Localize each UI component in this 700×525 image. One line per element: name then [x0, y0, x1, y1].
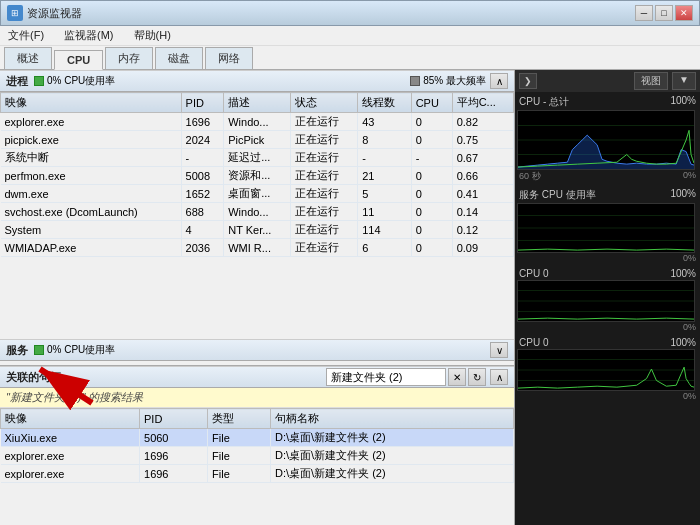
services-header: 服务 0% CPU使用率 ∨ [0, 339, 514, 361]
process-avg: 0.75 [452, 131, 513, 149]
process-status: 正在运行 [290, 203, 357, 221]
process-status: 正在运行 [290, 185, 357, 203]
handles-col-image[interactable]: 映像 [1, 409, 140, 429]
window-title: 资源监视器 [27, 6, 82, 21]
process-avg: 0.82 [452, 113, 513, 131]
service-cpu-pct-label: 0% [517, 253, 698, 263]
process-desc: WMI R... [224, 239, 290, 257]
cpu0-section: CPU 0 100% 0% [515, 265, 700, 334]
cpu0b-label: CPU 0 100% [517, 336, 698, 349]
col-threads[interactable]: 线程数 [358, 93, 411, 113]
process-threads: 114 [358, 221, 411, 239]
process-threads: 11 [358, 203, 411, 221]
handles-col-type[interactable]: 类型 [208, 409, 271, 429]
table-row[interactable]: explorer.exe 1696 Windo... 正在运行 43 0 0.8… [1, 113, 514, 131]
handles-col-name[interactable]: 句柄名称 [271, 409, 514, 429]
app-icon: ⊞ [7, 5, 23, 21]
right-panel-header: ❯ 视图 ▼ [515, 70, 700, 92]
title-bar-left: ⊞ 资源监视器 [7, 5, 82, 21]
process-controls: 85% 最大频率 ∧ [410, 73, 508, 89]
cpu0-pct: 100% [670, 268, 696, 279]
col-cpu[interactable]: CPU [411, 93, 452, 113]
tab-memory[interactable]: 内存 [105, 47, 153, 69]
process-image: dwm.exe [1, 185, 182, 203]
process-avg: 0.09 [452, 239, 513, 257]
freq-indicator [410, 76, 420, 86]
col-desc[interactable]: 描述 [224, 93, 290, 113]
cpu0-graph [517, 280, 695, 322]
refresh-search-button[interactable]: ↻ [468, 368, 486, 386]
close-button[interactable]: ✕ [675, 5, 693, 21]
process-status: 正在运行 [290, 131, 357, 149]
handle-image: XiuXiu.exe [1, 429, 140, 447]
table-row[interactable]: System 4 NT Ker... 正在运行 114 0 0.12 [1, 221, 514, 239]
col-pid[interactable]: PID [181, 93, 224, 113]
handle-image: explorer.exe [1, 465, 140, 483]
title-bar-buttons: ─ □ ✕ [635, 5, 693, 21]
cpu0b-graph [517, 349, 695, 391]
tab-cpu[interactable]: CPU [54, 50, 103, 70]
services-section: 服务 0% CPU使用率 ∨ [0, 339, 514, 365]
view-button[interactable]: 视图 [634, 72, 668, 90]
table-row[interactable]: svchost.exe (DcomLaunch) 688 Windo... 正在… [1, 203, 514, 221]
view-dropdown-button[interactable]: ▼ [672, 72, 696, 90]
process-threads: 8 [358, 131, 411, 149]
table-row[interactable]: dwm.exe 1652 桌面窗... 正在运行 5 0 0.41 [1, 185, 514, 203]
tab-overview[interactable]: 概述 [4, 47, 52, 69]
handle-name: D:\桌面\新建文件夹 (2) [271, 447, 514, 465]
cpu0b-title: CPU 0 [519, 337, 548, 348]
menu-file[interactable]: 文件(F) [4, 28, 48, 43]
menu-help[interactable]: 帮助(H) [130, 28, 175, 43]
max-freq-label: 85% 最大频率 [423, 74, 486, 88]
process-status: 正在运行 [290, 149, 357, 167]
services-collapse-button[interactable]: ∨ [490, 342, 508, 358]
minimize-button[interactable]: ─ [635, 5, 653, 21]
clear-search-button[interactable]: ✕ [448, 368, 466, 386]
process-collapse-button[interactable]: ∧ [490, 73, 508, 89]
process-image: System [1, 221, 182, 239]
col-status[interactable]: 状态 [290, 93, 357, 113]
services-cpu-status: 0% CPU使用率 [47, 343, 115, 357]
process-desc: PicPick [224, 131, 290, 149]
tab-network[interactable]: 网络 [205, 47, 253, 69]
process-cpu: 0 [411, 203, 452, 221]
process-section: 进程 0% CPU使用率 85% 最大频率 ∧ [0, 70, 514, 339]
cpu-total-graph [517, 110, 695, 170]
maximize-button[interactable]: □ [655, 5, 673, 21]
col-image[interactable]: 映像 [1, 93, 182, 113]
handle-pid: 1696 [140, 447, 208, 465]
process-cpu: 0 [411, 131, 452, 149]
process-cpu-status: 0% CPU使用率 [47, 74, 115, 88]
table-row[interactable]: XiuXiu.exe 5060 File D:\桌面\新建文件夹 (2) [1, 429, 514, 447]
table-row[interactable]: perfmon.exe 5008 资源和... 正在运行 21 0 0.66 [1, 167, 514, 185]
window: ⊞ 资源监视器 ─ □ ✕ 文件(F) 监视器(M) 帮助(H) 概述 CPU … [0, 0, 700, 525]
table-row[interactable]: explorer.exe 1696 File D:\桌面\新建文件夹 (2) [1, 465, 514, 483]
process-avg: 0.67 [452, 149, 513, 167]
cpu-total-label: CPU - 总计 100% [517, 94, 698, 110]
col-avg[interactable]: 平均C... [452, 93, 513, 113]
process-title: 进程 [6, 74, 28, 89]
process-pid: 4 [181, 221, 224, 239]
table-row[interactable]: explorer.exe 1696 File D:\桌面\新建文件夹 (2) [1, 447, 514, 465]
menu-monitor[interactable]: 监视器(M) [60, 28, 118, 43]
handle-name: D:\桌面\新建文件夹 (2) [271, 429, 514, 447]
process-pid: 1652 [181, 185, 224, 203]
handles-search-input[interactable] [326, 368, 446, 386]
cpu-total-title: CPU - 总计 [519, 95, 569, 109]
services-title: 服务 [6, 343, 28, 358]
table-row[interactable]: WMIADAP.exe 2036 WMI R... 正在运行 6 0 0.09 [1, 239, 514, 257]
cpu0-pct-label: 0% [517, 322, 698, 332]
process-header: 进程 0% CPU使用率 85% 最大频率 ∧ [0, 70, 514, 92]
handles-col-pid[interactable]: PID [140, 409, 208, 429]
process-image: WMIADAP.exe [1, 239, 182, 257]
handle-pid: 5060 [140, 429, 208, 447]
max-freq: 85% 最大频率 [410, 74, 486, 88]
process-threads: 6 [358, 239, 411, 257]
table-row[interactable]: 系统中断 - 延迟过... 正在运行 - - 0.67 [1, 149, 514, 167]
table-row[interactable]: picpick.exe 2024 PicPick 正在运行 8 0 0.75 [1, 131, 514, 149]
handles-collapse-button[interactable]: ∧ [490, 369, 508, 385]
process-threads: 21 [358, 167, 411, 185]
process-pid: 2036 [181, 239, 224, 257]
tab-disk[interactable]: 磁盘 [155, 47, 203, 69]
right-panel-expand-button[interactable]: ❯ [519, 73, 537, 89]
